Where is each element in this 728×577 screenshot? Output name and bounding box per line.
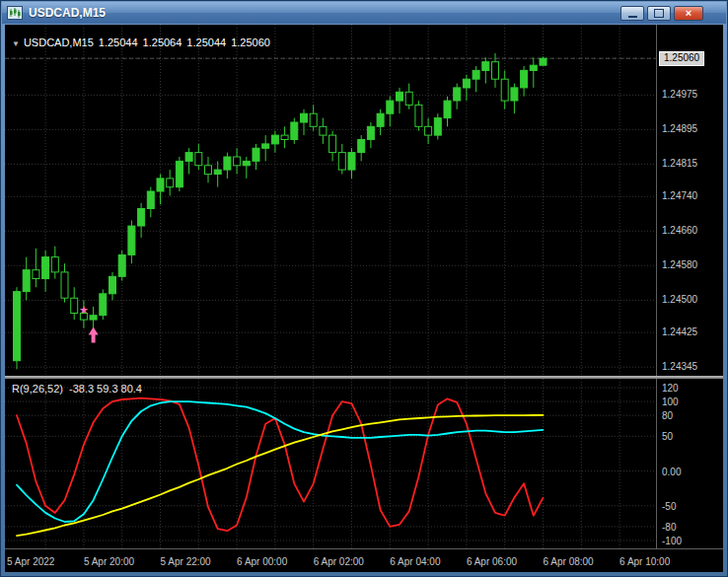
price-axis-label: 1.24580 (662, 258, 697, 271)
price-axis-label: 1.24975 (662, 88, 697, 101)
indicator-label: R(9,26,52)-38.3 59.3 80.4 (12, 383, 148, 395)
chart-window-icon (7, 6, 23, 20)
indicator-name: R(9,26,52) (12, 383, 63, 395)
indicator-axis-label: -50 (662, 500, 676, 513)
close-button[interactable]: × (674, 6, 703, 21)
time-axis-label: 6 Apr 06:00 (467, 556, 517, 567)
chart-client-area: ★ ▼USDCAD,M151.250441.250641.250441.2506… (5, 25, 723, 572)
collapse-arrow-icon[interactable]: ▼ (12, 39, 20, 48)
price-axis[interactable]: 1.250601.249751.248951.248151.247401.246… (656, 25, 726, 376)
ohlc-header: ▼USDCAD,M151.250441.250641.250441.25060 (12, 36, 275, 48)
indicator-axis-label: -80 (662, 521, 676, 534)
indicator-axis[interactable]: 12010080500.00-50-80-100 (656, 379, 726, 548)
indicator-axis-label: 0.00 (662, 466, 681, 478)
window-controls: × (620, 6, 703, 21)
indicator-axis-label: 100 (662, 396, 679, 408)
minimize-button[interactable] (620, 6, 644, 21)
time-axis-label: 6 Apr 04:00 (390, 556, 440, 567)
indicator-axis-label: 50 (662, 430, 673, 443)
indicator-axis-label: -100 (662, 535, 682, 547)
price-plot: ★ (5, 25, 656, 376)
time-axis[interactable]: 5 Apr 20225 Apr 20:005 Apr 22:006 Apr 00… (5, 548, 723, 575)
minimize-icon (628, 16, 637, 18)
time-axis-label: 5 Apr 20:00 (84, 556, 134, 567)
ohlc-high: 1.25064 (143, 36, 182, 48)
indicator-values: -38.3 59.3 80.4 (69, 383, 142, 395)
indicator-panel[interactable]: R(9,26,52)-38.3 59.3 80.4 (5, 379, 656, 548)
time-axis-label: 5 Apr 22:00 (161, 556, 211, 567)
ohlc-low: 1.25044 (186, 36, 226, 48)
price-axis-label: 1.24660 (662, 224, 697, 237)
time-axis-label: 5 Apr 2022 (7, 556, 54, 567)
price-axis-label: 1.24815 (662, 157, 697, 170)
price-panel[interactable]: ★ ▼USDCAD,M151.250441.250641.250441.2506… (5, 25, 656, 376)
window-title: USDCAD,M15 (29, 6, 620, 20)
time-axis-label: 6 Apr 02:00 (314, 556, 364, 567)
price-axis-label: 1.24895 (662, 122, 697, 135)
price-axis-label: 1.24740 (662, 189, 697, 202)
time-axis-label: 6 Apr 08:00 (544, 556, 594, 567)
current-price-label: 1.25060 (659, 51, 704, 66)
ohlc-open: 1.25044 (99, 36, 138, 48)
restore-icon (654, 9, 664, 18)
time-axis-label: 6 Apr 00:00 (237, 556, 287, 567)
indicator-axis-label: 80 (662, 409, 673, 422)
price-axis-label: 1.24500 (662, 293, 697, 306)
indicator-axis-label: 120 (662, 382, 679, 395)
svg-text:★: ★ (79, 304, 89, 317)
time-axis-label: 6 Apr 10:00 (619, 556, 670, 567)
price-axis-label: 1.24345 (662, 360, 697, 373)
chart-window: USDCAD,M15 × ★ ▼USDCAD,M151.250441.25064… (0, 0, 728, 577)
close-icon: × (686, 8, 692, 19)
restore-button[interactable] (647, 6, 671, 21)
indicator-plot (5, 379, 656, 548)
ohlc-symbol: USDCAD,M15 (24, 36, 94, 48)
window-titlebar[interactable]: USDCAD,M15 × (2, 2, 726, 24)
ohlc-close: 1.25060 (231, 36, 270, 48)
price-axis-label: 1.24425 (662, 325, 697, 338)
